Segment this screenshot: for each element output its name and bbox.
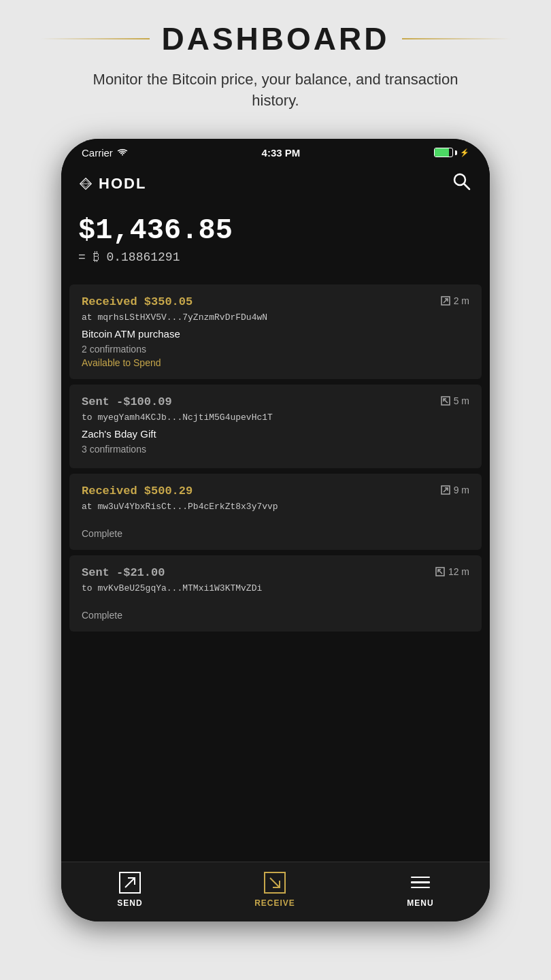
tx-time-2: 9 m [441, 485, 469, 495]
tx-arrow-icon-2 [441, 485, 450, 495]
carrier-display: Carrier [82, 147, 128, 159]
svg-line-14 [125, 878, 135, 887]
tx-amount-1: Sent -$100.09 [82, 395, 172, 408]
title-line-right [402, 38, 511, 39]
send-icon [118, 870, 142, 895]
send-label: SEND [117, 898, 142, 908]
balance-usd: $1,436.85 [78, 214, 473, 247]
transaction-item-0[interactable]: Received $350.05 2 m at mqrhsLStHXV5V...… [69, 284, 482, 379]
nav-item-send[interactable]: SEND [117, 870, 142, 908]
battery-bolt-icon: ⚡ [460, 148, 469, 157]
page-title: DASHBOARD [162, 20, 390, 57]
battery-indicator: ⚡ [434, 148, 469, 157]
hodl-logo-text: HODL [99, 175, 146, 193]
tx-header-row-0: Received $350.05 2 m [82, 295, 469, 308]
tx-header-row-1: Sent -$100.09 5 m [82, 395, 469, 408]
menu-icon [408, 870, 433, 895]
tx-amount-0: Received $350.05 [82, 295, 193, 308]
tx-address-3: to mvKvBeU25gqYa...MTMxi1W3KTMvZDi [82, 583, 469, 593]
tx-amount-3: Sent -$21.00 [82, 566, 165, 579]
battery-fill [435, 148, 449, 157]
tx-status-2: Complete [82, 528, 469, 539]
receive-icon [263, 870, 287, 895]
tx-time-1: 5 m [441, 395, 469, 406]
transaction-item-2[interactable]: Received $500.29 9 m at mw3uV4YbxRisCt..… [69, 474, 482, 550]
tx-arrow-icon-1 [441, 396, 450, 406]
transaction-item-3[interactable]: Sent -$21.00 12 m to mvKvBeU25gqYa...MTM… [69, 555, 482, 632]
svg-line-4 [464, 184, 469, 189]
tx-address-1: to myegYamh4KCJb...NcjtiM5G4upevHc1T [82, 412, 469, 423]
tx-header-row-3: Sent -$21.00 12 m [82, 566, 469, 579]
receive-label: RECEIVE [254, 898, 295, 908]
tx-arrow-icon-3 [435, 567, 445, 576]
status-time: 4:33 PM [262, 147, 301, 159]
transaction-list: Received $350.05 2 m at mqrhsLStHXV5V...… [61, 284, 490, 862]
title-line-left [41, 38, 150, 39]
battery-body [434, 148, 453, 157]
svg-line-6 [444, 299, 448, 303]
battery-tip [455, 150, 457, 155]
balance-btc: = ₿ 0.18861291 [78, 250, 473, 264]
hodl-logo: HODL [78, 175, 146, 193]
tx-header-row-2: Received $500.29 9 m [82, 485, 469, 497]
page-header: DASHBOARD Monitor the Bitcoin price, you… [0, 0, 551, 139]
balance-section: $1,436.85 = ₿ 0.18861291 [61, 208, 490, 284]
tx-confirmations-1: 3 confirmations [82, 444, 469, 455]
svg-line-12 [438, 570, 442, 574]
hodl-diamond-icon [78, 176, 93, 191]
status-bar: Carrier 4:33 PM ⚡ [61, 139, 490, 164]
tx-status-3: Complete [82, 610, 469, 621]
menu-line-3 [411, 887, 430, 889]
tx-time-3: 12 m [435, 566, 469, 577]
svg-line-10 [444, 488, 448, 492]
tx-label-1: Zach's Bday Gift [82, 428, 469, 440]
menu-label: MENU [407, 898, 433, 908]
wifi-icon [117, 148, 128, 157]
svg-line-8 [444, 399, 448, 403]
tx-label-0: Bitcoin ATM purchase [82, 328, 469, 340]
menu-line-2 [411, 881, 430, 883]
menu-line-1 [411, 877, 430, 879]
page-subtitle: Monitor the Bitcoin price, your balance,… [85, 69, 466, 112]
title-row: DASHBOARD [41, 20, 511, 57]
search-button[interactable] [451, 171, 473, 197]
tx-address-0: at mqrhsLStHXV5V...7yZnzmRvDrFDu4wN [82, 312, 469, 323]
app-header: HODL [61, 164, 490, 208]
tx-time-0: 2 m [441, 295, 469, 306]
svg-line-16 [270, 878, 280, 887]
tx-arrow-icon-0 [441, 296, 450, 306]
tx-address-2: at mw3uV4YbxRisCt...Pb4cErkZt8x3y7vvp [82, 502, 469, 512]
bottom-navigation: SEND RECEIVE MENU [61, 862, 490, 921]
nav-item-menu[interactable]: MENU [407, 870, 433, 908]
tx-amount-2: Received $500.29 [82, 485, 193, 497]
tx-available-0: Available to Spend [82, 357, 469, 368]
menu-lines [411, 877, 430, 889]
nav-item-receive[interactable]: RECEIVE [254, 870, 295, 908]
transaction-item-1[interactable]: Sent -$100.09 5 m to myegYamh4KCJb...Ncj… [69, 385, 482, 468]
tx-confirmations-0: 2 confirmations [82, 344, 469, 355]
phone-shell: Carrier 4:33 PM ⚡ HODL [61, 139, 490, 921]
